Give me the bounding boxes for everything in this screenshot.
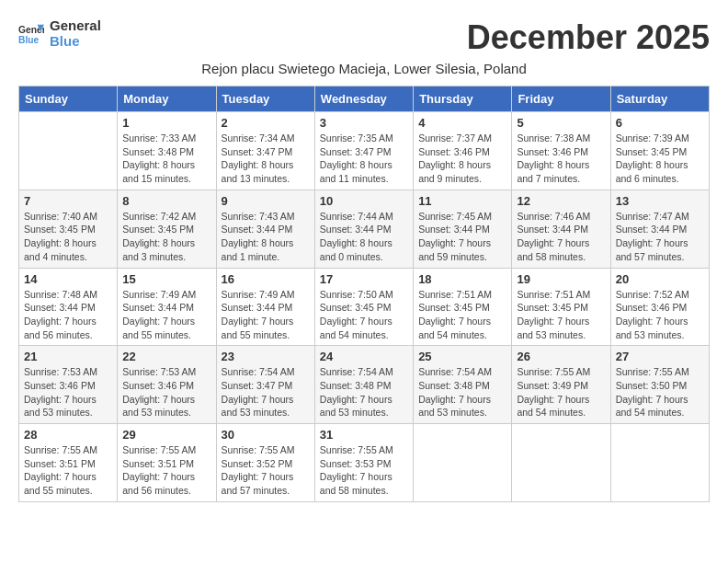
calendar-cell: 9Sunrise: 7:43 AMSunset: 3:44 PMDaylight… — [216, 190, 314, 268]
day-info: Sunrise: 7:42 AMSunset: 3:45 PMDaylight:… — [122, 210, 210, 264]
day-info: Sunrise: 7:51 AMSunset: 3:45 PMDaylight:… — [418, 288, 506, 342]
day-number: 19 — [517, 272, 605, 286]
day-info: Sunrise: 7:45 AMSunset: 3:44 PMDaylight:… — [418, 210, 506, 264]
weekday-header-thursday: Thursday — [414, 86, 512, 112]
day-number: 26 — [517, 350, 605, 363]
weekday-header-monday: Monday — [118, 86, 216, 112]
day-number: 5 — [517, 116, 605, 130]
calendar-cell: 15Sunrise: 7:49 AMSunset: 3:44 PMDayligh… — [118, 268, 216, 346]
day-number: 29 — [122, 428, 210, 442]
calendar-week-row: 21Sunrise: 7:53 AMSunset: 3:46 PMDayligh… — [19, 346, 710, 424]
day-info: Sunrise: 7:46 AMSunset: 3:44 PMDaylight:… — [517, 210, 605, 264]
day-info: Sunrise: 7:53 AMSunset: 3:46 PMDaylight:… — [24, 365, 112, 419]
day-number: 4 — [418, 116, 506, 130]
page-subtitle: Rejon placu Swietego Macieja, Lower Sile… — [18, 61, 710, 76]
day-info: Sunrise: 7:55 AMSunset: 3:52 PMDaylight:… — [222, 443, 310, 498]
month-title: December 2025 — [467, 18, 710, 57]
logo-blue-text: Blue — [50, 34, 101, 50]
calendar-cell: 13Sunrise: 7:47 AMSunset: 3:44 PMDayligh… — [610, 190, 709, 268]
day-number: 30 — [222, 428, 310, 442]
day-number: 2 — [222, 116, 310, 130]
day-info: Sunrise: 7:55 AMSunset: 3:51 PMDaylight:… — [24, 443, 112, 498]
calendar-cell: 1Sunrise: 7:33 AMSunset: 3:48 PMDaylight… — [118, 112, 216, 190]
calendar-week-row: 14Sunrise: 7:48 AMSunset: 3:44 PMDayligh… — [19, 268, 710, 346]
day-info: Sunrise: 7:52 AMSunset: 3:46 PMDaylight:… — [616, 288, 704, 342]
calendar-cell: 4Sunrise: 7:37 AMSunset: 3:46 PMDaylight… — [414, 112, 512, 190]
day-number: 22 — [122, 350, 210, 363]
calendar-cell: 22Sunrise: 7:53 AMSunset: 3:46 PMDayligh… — [118, 346, 216, 424]
day-info: Sunrise: 7:49 AMSunset: 3:44 PMDaylight:… — [122, 288, 210, 342]
day-number: 31 — [320, 428, 408, 442]
day-info: Sunrise: 7:54 AMSunset: 3:47 PMDaylight:… — [222, 365, 310, 419]
weekday-header-saturday: Saturday — [610, 86, 709, 112]
day-info: Sunrise: 7:55 AMSunset: 3:49 PMDaylight:… — [517, 365, 605, 419]
day-info: Sunrise: 7:40 AMSunset: 3:45 PMDaylight:… — [24, 210, 112, 264]
day-info: Sunrise: 7:51 AMSunset: 3:45 PMDaylight:… — [517, 288, 605, 342]
day-info: Sunrise: 7:55 AMSunset: 3:50 PMDaylight:… — [616, 365, 704, 419]
day-info: Sunrise: 7:44 AMSunset: 3:44 PMDaylight:… — [320, 210, 408, 264]
calendar-cell: 28Sunrise: 7:55 AMSunset: 3:51 PMDayligh… — [19, 424, 118, 502]
day-info: Sunrise: 7:47 AMSunset: 3:44 PMDaylight:… — [616, 210, 704, 264]
calendar-cell: 26Sunrise: 7:55 AMSunset: 3:49 PMDayligh… — [512, 346, 610, 424]
calendar-cell: 17Sunrise: 7:50 AMSunset: 3:45 PMDayligh… — [314, 268, 413, 346]
calendar-table: SundayMondayTuesdayWednesdayThursdayFrid… — [18, 86, 710, 502]
day-number: 8 — [122, 194, 210, 208]
day-number: 23 — [222, 350, 310, 363]
calendar-cell — [610, 424, 709, 502]
weekday-header-sunday: Sunday — [19, 86, 118, 112]
weekday-header-friday: Friday — [512, 86, 610, 112]
calendar-cell: 7Sunrise: 7:40 AMSunset: 3:45 PMDaylight… — [19, 190, 118, 268]
calendar-cell: 27Sunrise: 7:55 AMSunset: 3:50 PMDayligh… — [610, 346, 709, 424]
day-info: Sunrise: 7:43 AMSunset: 3:44 PMDaylight:… — [222, 210, 310, 264]
calendar-cell: 12Sunrise: 7:46 AMSunset: 3:44 PMDayligh… — [512, 190, 610, 268]
day-number: 7 — [24, 194, 112, 208]
calendar-cell: 19Sunrise: 7:51 AMSunset: 3:45 PMDayligh… — [512, 268, 610, 346]
calendar-week-row: 28Sunrise: 7:55 AMSunset: 3:51 PMDayligh… — [19, 424, 710, 502]
calendar-week-row: 1Sunrise: 7:33 AMSunset: 3:48 PMDaylight… — [19, 112, 710, 190]
calendar-cell: 25Sunrise: 7:54 AMSunset: 3:48 PMDayligh… — [414, 346, 512, 424]
page-header: General Blue General Blue December 2025 — [18, 18, 710, 57]
day-number: 20 — [616, 272, 704, 286]
day-number: 17 — [320, 272, 408, 286]
day-info: Sunrise: 7:53 AMSunset: 3:46 PMDaylight:… — [122, 365, 210, 419]
calendar-cell: 31Sunrise: 7:55 AMSunset: 3:53 PMDayligh… — [314, 424, 413, 502]
day-number: 27 — [616, 350, 704, 363]
calendar-cell: 10Sunrise: 7:44 AMSunset: 3:44 PMDayligh… — [314, 190, 413, 268]
logo-icon: General Blue — [18, 21, 44, 47]
calendar-cell: 29Sunrise: 7:55 AMSunset: 3:51 PMDayligh… — [118, 424, 216, 502]
day-number: 9 — [222, 194, 310, 208]
day-info: Sunrise: 7:54 AMSunset: 3:48 PMDaylight:… — [320, 365, 408, 419]
calendar-cell: 11Sunrise: 7:45 AMSunset: 3:44 PMDayligh… — [414, 190, 512, 268]
calendar-cell: 21Sunrise: 7:53 AMSunset: 3:46 PMDayligh… — [19, 346, 118, 424]
calendar-week-row: 7Sunrise: 7:40 AMSunset: 3:45 PMDaylight… — [19, 190, 710, 268]
day-number: 6 — [616, 116, 704, 130]
day-info: Sunrise: 7:54 AMSunset: 3:48 PMDaylight:… — [418, 365, 506, 419]
day-info: Sunrise: 7:37 AMSunset: 3:46 PMDaylight:… — [418, 132, 506, 186]
calendar-header-row: SundayMondayTuesdayWednesdayThursdayFrid… — [19, 86, 710, 112]
day-number: 11 — [418, 194, 506, 208]
day-number: 1 — [122, 116, 210, 130]
day-info: Sunrise: 7:49 AMSunset: 3:44 PMDaylight:… — [222, 288, 310, 342]
day-info: Sunrise: 7:35 AMSunset: 3:47 PMDaylight:… — [320, 132, 408, 186]
day-number: 28 — [24, 428, 112, 442]
weekday-header-tuesday: Tuesday — [216, 86, 314, 112]
day-info: Sunrise: 7:39 AMSunset: 3:45 PMDaylight:… — [616, 132, 704, 186]
weekday-header-wednesday: Wednesday — [314, 86, 413, 112]
day-number: 12 — [517, 194, 605, 208]
calendar-cell: 20Sunrise: 7:52 AMSunset: 3:46 PMDayligh… — [610, 268, 709, 346]
day-info: Sunrise: 7:55 AMSunset: 3:51 PMDaylight:… — [122, 443, 210, 498]
calendar-cell: 16Sunrise: 7:49 AMSunset: 3:44 PMDayligh… — [216, 268, 314, 346]
calendar-cell: 2Sunrise: 7:34 AMSunset: 3:47 PMDaylight… — [216, 112, 314, 190]
day-info: Sunrise: 7:55 AMSunset: 3:53 PMDaylight:… — [320, 443, 408, 498]
day-number: 15 — [122, 272, 210, 286]
day-number: 13 — [616, 194, 704, 208]
calendar-cell: 5Sunrise: 7:38 AMSunset: 3:46 PMDaylight… — [512, 112, 610, 190]
day-info: Sunrise: 7:33 AMSunset: 3:48 PMDaylight:… — [122, 132, 210, 186]
day-number: 10 — [320, 194, 408, 208]
calendar-cell: 18Sunrise: 7:51 AMSunset: 3:45 PMDayligh… — [414, 268, 512, 346]
calendar-cell — [19, 112, 118, 190]
calendar-cell: 6Sunrise: 7:39 AMSunset: 3:45 PMDaylight… — [610, 112, 709, 190]
calendar-cell — [512, 424, 610, 502]
day-number: 25 — [418, 350, 506, 363]
day-number: 24 — [320, 350, 408, 363]
